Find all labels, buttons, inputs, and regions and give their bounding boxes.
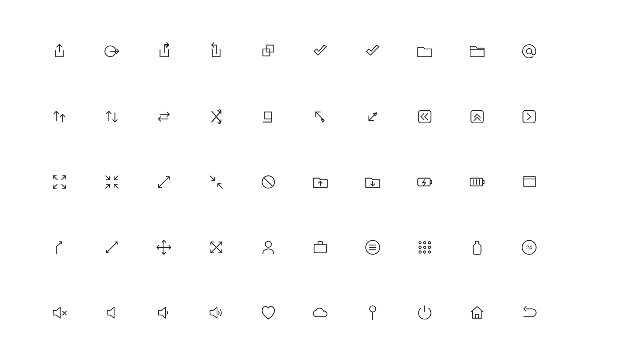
- battery-charging-icon: [399, 149, 451, 215]
- user-icon: [242, 215, 294, 280]
- import-left-icon: [190, 19, 242, 84]
- check-outline-icon: [294, 19, 346, 84]
- expand-diagonal-icon: [138, 149, 190, 215]
- svg-rect-7: [523, 110, 535, 123]
- svg-rect-11: [524, 179, 535, 187]
- window-stack-icon: [503, 149, 555, 215]
- speaker-off-icon: [85, 280, 137, 345]
- chevron-right-box-icon: [503, 84, 555, 149]
- ban-icon: [242, 149, 294, 215]
- svg-point-15: [419, 241, 421, 244]
- badge-24-label: 24: [526, 244, 532, 250]
- svg-point-19: [424, 246, 426, 248]
- list-circle-icon: [347, 215, 399, 280]
- share-up-icon: [33, 19, 85, 84]
- expand-corners-icon: [33, 149, 85, 215]
- exit-right-icon: [85, 19, 137, 84]
- folder-download-icon: [347, 149, 399, 215]
- svg-point-12: [265, 241, 272, 247]
- collapse-corners-icon: [85, 149, 137, 215]
- svg-point-23: [428, 251, 431, 253]
- dialpad-grid-icon: [399, 215, 451, 280]
- check-icon: [347, 19, 399, 84]
- turn-up-right-icon: [33, 215, 85, 280]
- arrow-bottom-left-box-icon: [347, 84, 399, 149]
- shuffle-cross-icon: [190, 84, 242, 149]
- briefcase-icon: [294, 215, 346, 280]
- svg-point-18: [419, 246, 421, 248]
- arrows-up-up-icon: [33, 84, 85, 149]
- folder-upload-icon: [294, 149, 346, 215]
- battery-bars-icon: [451, 149, 503, 215]
- pin-round-icon: [347, 280, 399, 345]
- spacer: [556, 215, 608, 280]
- expand-x-icon: [190, 215, 242, 280]
- folder-tab-icon: [451, 19, 503, 84]
- svg-rect-6: [471, 110, 483, 123]
- svg-point-22: [424, 251, 426, 253]
- spacer: [556, 280, 608, 345]
- arrows-up-down-icon: [85, 84, 137, 149]
- undo-icon: [503, 280, 555, 345]
- icon-grid: 24: [0, 0, 641, 364]
- 24-circle-icon: 24: [503, 215, 555, 280]
- svg-point-17: [428, 241, 431, 244]
- rewind-box-icon: [399, 84, 451, 149]
- speaker-high-icon: [190, 280, 242, 345]
- collapse-diagonal-icon: [190, 149, 242, 215]
- folder-icon: [399, 19, 451, 84]
- move-cross-icon: [138, 215, 190, 280]
- heart-icon: [242, 280, 294, 345]
- home-icon: [451, 280, 503, 345]
- svg-point-21: [419, 251, 421, 253]
- at-sign-icon: [503, 19, 555, 84]
- export-right-icon: [138, 19, 190, 84]
- svg-rect-13: [314, 244, 327, 253]
- chevrons-up-box-icon: [451, 84, 503, 149]
- arrows-swap-horizontal-icon: [138, 84, 190, 149]
- svg-point-3: [527, 49, 532, 54]
- svg-point-16: [424, 241, 426, 244]
- spacer: [556, 84, 608, 149]
- spacer: [556, 149, 608, 215]
- power-icon: [399, 280, 451, 345]
- speaker-mute-icon: [33, 280, 85, 345]
- spacer: [556, 19, 608, 84]
- crop-square-icon: [242, 84, 294, 149]
- svg-point-20: [428, 246, 431, 248]
- svg-rect-4: [265, 112, 272, 119]
- copy-overlap-icon: [242, 19, 294, 84]
- cloud-icon: [294, 280, 346, 345]
- svg-point-25: [370, 306, 376, 312]
- bottle-tag-icon: [451, 215, 503, 280]
- arrow-top-left-box-icon: [294, 84, 346, 149]
- speaker-low-icon: [138, 280, 190, 345]
- resize-diagonal-icon: [85, 215, 137, 280]
